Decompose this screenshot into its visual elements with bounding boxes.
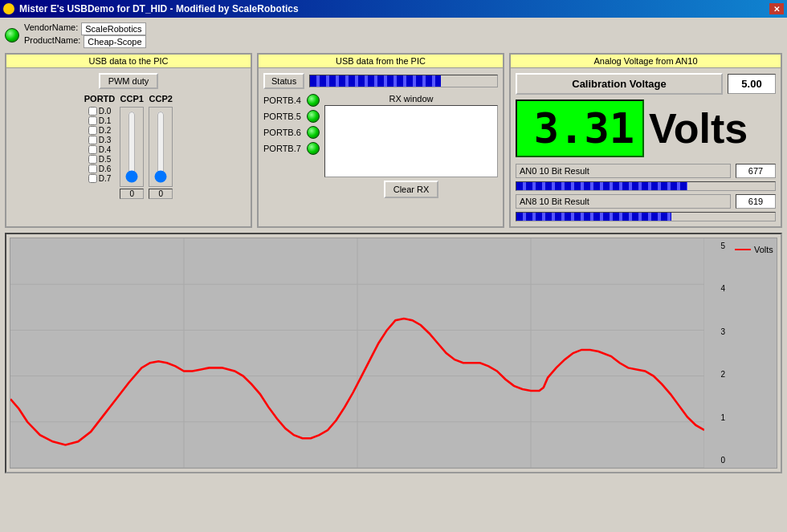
portd-bit-2-checkbox[interactable] [88, 126, 97, 135]
vendor-block: VendorName: ScaleRobotics ProductName: C… [5, 22, 146, 48]
legend-line-volts [735, 249, 751, 250]
chart-svg [10, 238, 704, 468]
top-section: VendorName: ScaleRobotics ProductName: C… [5, 22, 782, 48]
portd-bit-4: D.4 [88, 145, 112, 154]
portb7-led [307, 142, 320, 155]
y-label-1: 1 [720, 413, 725, 422]
portb6-item: PORTB.6 [263, 126, 320, 139]
an0-progress-row [516, 181, 776, 191]
portd-bit-5-label: D.5 [99, 155, 112, 164]
rx-textarea[interactable] [324, 105, 498, 177]
portb4-item: PORTB.4 [263, 94, 320, 107]
portd-label: PORTD [84, 94, 116, 104]
main-body: VendorName: ScaleRobotics ProductName: C… [0, 18, 787, 532]
calib-value: 5.00 [728, 74, 776, 94]
portb7-item: PORTB.7 [263, 142, 320, 155]
portd-bit-7-label: D.7 [99, 174, 112, 183]
ccp2-slider[interactable] [153, 111, 169, 183]
product-name-value: Cheap-Scope [84, 35, 145, 48]
an8-label: AN8 10 Bit Result [516, 194, 731, 209]
analog-results: AN0 10 Bit Result 677 AN8 10 Bit Result … [516, 164, 776, 221]
usb-from-pic-panel: USB data from the PIC Status PORTB.4 [257, 53, 504, 228]
an8-result-row: AN8 10 Bit Result 619 [516, 194, 776, 209]
portb7-label: PORTB.7 [263, 144, 304, 153]
portd-bit-6: D.6 [88, 164, 112, 173]
portd-bit-0-checkbox[interactable] [88, 107, 97, 116]
portb5-label: PORTB.5 [263, 112, 304, 121]
portd-bit-5-checkbox[interactable] [88, 155, 97, 164]
portb-leds: PORTB.4 PORTB.5 PORTB.6 PORTB.7 [263, 94, 320, 155]
portd-bit-0-label: D.0 [99, 107, 112, 116]
an8-value: 619 [736, 194, 776, 209]
portb4-label: PORTB.4 [263, 95, 304, 105]
ccp2-slider-container [149, 107, 173, 187]
portb4-led [307, 94, 320, 107]
close-button[interactable]: ✕ [769, 3, 784, 14]
portd-bit-1: D.1 [88, 116, 112, 125]
y-label-2: 2 [720, 370, 725, 379]
an8-progress-row [516, 212, 776, 221]
ccp1-value: 0 [120, 189, 144, 199]
status-progress-bar [309, 75, 498, 87]
portb6-label: PORTB.6 [263, 128, 304, 137]
an0-progress-bar [516, 181, 776, 191]
legend-label-volts: Volts [754, 245, 773, 254]
vendor-name-label: VendorName: [24, 22, 78, 35]
usb-from-pic-title: USB data from the PIC [259, 55, 503, 68]
portb5-item: PORTB.5 [263, 110, 320, 123]
voltage-unit: Volts [649, 104, 748, 152]
usb-to-pic-title: USB data to the PIC [6, 55, 251, 68]
chart-y-axis: 5 4 3 2 1 0 [704, 238, 728, 468]
portb6-led [307, 126, 320, 139]
an8-progress-bar [516, 212, 776, 221]
ccp1-section: CCP1 0 [120, 94, 144, 199]
portd-bit-4-label: D.4 [99, 145, 112, 154]
title-bar: Mister E's USBDemo for DT_HID - Modified… [0, 0, 787, 18]
panel-row: USB data to the PIC PWM duty PORTD D.0 [5, 53, 782, 228]
status-progress-fill [310, 75, 441, 87]
ccp1-slider[interactable] [124, 111, 140, 183]
calib-label: Calibration Voltage [516, 73, 723, 95]
analog-panel: Analog Voltage from AN10 Calibration Vol… [509, 53, 782, 228]
rx-window-label: RX window [389, 94, 433, 104]
portd-bit-3: D.3 [88, 136, 112, 144]
chart-legend: Volts [728, 238, 777, 468]
portd-bit-6-label: D.6 [99, 164, 112, 173]
portd-bit-7-checkbox[interactable] [88, 174, 97, 183]
portb5-led [307, 110, 320, 123]
ccp1-slider-container [120, 107, 144, 187]
chart-area [10, 238, 704, 468]
ccp2-label: CCP2 [149, 94, 173, 104]
calib-row: Calibration Voltage 5.00 [516, 73, 776, 95]
portd-bit-6-checkbox[interactable] [88, 164, 97, 173]
product-name-label: ProductName: [24, 35, 80, 48]
y-label-4: 4 [720, 284, 725, 293]
connection-led [5, 28, 19, 43]
analog-title: Analog Voltage from AN10 [511, 55, 781, 68]
clear-rx-button[interactable]: Clear RX [384, 181, 439, 198]
status-button[interactable]: Status [263, 73, 304, 89]
usb-to-pic-panel: USB data to the PIC PWM duty PORTD D.0 [5, 53, 252, 228]
portd-bit-3-label: D.3 [99, 136, 112, 144]
y-label-3: 3 [720, 327, 725, 336]
portd-section: PORTD D.0 D.1 [84, 94, 116, 183]
analog-content: Calibration Voltage 5.00 3.31 Volts AN0 … [511, 68, 781, 226]
ccp1-label: CCP1 [120, 94, 144, 104]
ccp2-value: 0 [149, 189, 173, 199]
portd-bit-2-label: D.2 [99, 126, 112, 135]
portd-bit-1-checkbox[interactable] [88, 116, 97, 125]
app-icon [3, 3, 14, 14]
portd-bit-3-checkbox[interactable] [88, 136, 97, 144]
ccp2-section: CCP2 0 [149, 94, 173, 199]
vendor-labels: VendorName: ScaleRobotics ProductName: C… [24, 22, 146, 48]
chart-inner: 5 4 3 2 1 0 Volts [10, 238, 777, 469]
an0-result-row: AN0 10 Bit Result 677 [516, 164, 776, 178]
an0-label: AN0 10 Bit Result [516, 164, 731, 178]
portd-bit-4-checkbox[interactable] [88, 145, 97, 154]
an8-progress-fill [516, 213, 671, 221]
legend-item-volts: Volts [735, 245, 773, 254]
portd-bit-2: D.2 [88, 126, 112, 135]
portb-row: PORTB.4 PORTB.5 PORTB.6 PORTB.7 [263, 94, 498, 198]
an0-value: 677 [736, 164, 776, 178]
rx-window-section: RX window Clear RX [324, 94, 498, 198]
